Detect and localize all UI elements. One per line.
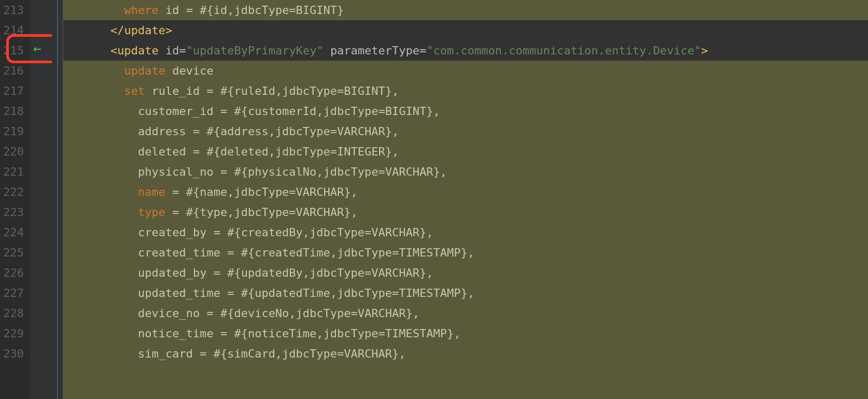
indent [83,84,124,97]
indent [83,64,124,77]
sql-keyword: set [124,84,145,97]
code-line[interactable]: sim_card = #{simCard,jdbcType=VARCHAR}, [63,344,868,364]
indent [83,287,138,300]
line-number[interactable]: 220 [0,141,24,162]
code-line[interactable]: </update> [63,20,868,40]
indent [83,24,110,37]
code-line[interactable]: set rule_id = #{ruleId,jdbcType=BIGINT}, [63,81,868,101]
indent [83,125,138,138]
code-text: = #{type,jdbcType=VARCHAR}, [165,206,358,219]
xml-tag-name: update [117,44,158,57]
code-text: deleted = #{deleted,jdbcType=INTEGER}, [138,145,399,158]
code-text: device_no = #{deviceNo,jdbcType=VARCHAR}… [138,307,419,320]
code-line[interactable]: <update id="updateByPrimaryKey" paramete… [63,40,868,61]
highlight-word: type [138,206,165,219]
indent [83,226,138,239]
code-line[interactable]: deleted = #{deleted,jdbcType=INTEGER}, [63,141,868,162]
highlight-word: name [138,186,165,198]
indent [83,246,138,259]
code-text: created_by = #{createdBy,jdbcType=VARCHA… [138,226,433,239]
navigate-back-arrow-icon[interactable]: ← [33,41,41,55]
code-text: id = #{id,jdbcType=BIGINT} [159,4,344,17]
code-line[interactable]: created_by = #{createdBy,jdbcType=VARCHA… [63,222,868,243]
line-number-gutter: 2132142152162172182192202212222232242252… [0,0,30,399]
line-number[interactable]: 224 [0,222,24,243]
code-line[interactable]: updated_time = #{updatedTime,jdbcType=TI… [63,283,868,303]
line-number[interactable]: 219 [0,121,24,141]
indent [83,145,138,158]
line-number[interactable]: 221 [0,162,24,182]
line-number[interactable]: 216 [0,61,24,81]
xml-attr-value: "com.common.communication.entity.Device" [426,44,701,57]
line-number[interactable]: 223 [0,202,24,222]
line-number[interactable]: 217 [0,81,24,101]
code-line[interactable]: address = #{address,jdbcType=VARCHAR}, [63,121,868,141]
code-text: sim_card = #{simCard,jdbcType=VARCHAR}, [138,347,406,360]
code-line[interactable]: update device [63,61,868,81]
sql-keyword: update [124,64,165,77]
line-number[interactable]: 214 [0,20,24,40]
gutter-markers-column: ← [30,0,52,399]
indent [83,206,138,219]
code-line[interactable]: device_no = #{deviceNo,jdbcType=VARCHAR}… [63,303,868,323]
code-text: physical_no = #{physicalNo,jdbcType=VARC… [138,165,447,178]
xml-attr-name: id [165,44,179,57]
sql-keyword: where [124,4,158,17]
line-number[interactable]: 213 [0,0,24,20]
code-text: created_time = #{createdTime,jdbcType=TI… [138,246,474,259]
xml-attr-value: "updateByPrimaryKey" [186,44,324,57]
xml-gt: > [701,44,708,57]
code-line[interactable]: type = #{type,jdbcType=VARCHAR}, [63,202,868,222]
code-text: = #{name,jdbcType=VARCHAR}, [165,186,358,198]
code-line[interactable]: created_time = #{createdTime,jdbcType=TI… [63,243,868,263]
line-number[interactable]: 215 [0,40,24,61]
line-number[interactable]: 230 [0,344,24,364]
line-number[interactable]: 228 [0,303,24,323]
code-line[interactable]: updated_by = #{updatedBy,jdbcType=VARCHA… [63,263,868,283]
indent [83,307,138,320]
indent [83,44,110,57]
xml-attr-name: parameterType [330,44,419,57]
code-text: customer_id = #{customerId,jdbcType=BIGI… [138,105,440,118]
code-editor: 2132142152162172182192202212222232242252… [0,0,868,399]
line-number[interactable]: 218 [0,101,24,121]
indent [83,327,138,340]
xml-close-tag: </update> [110,24,172,37]
indent [83,347,138,360]
code-text: updated_by = #{updatedBy,jdbcType=VARCHA… [138,266,433,279]
code-line[interactable]: customer_id = #{customerId,jdbcType=BIGI… [63,101,868,121]
code-line[interactable]: name = #{name,jdbcType=VARCHAR}, [63,182,868,202]
code-text: notice_time = #{noticeTime,jdbcType=TIME… [138,327,461,340]
code-line[interactable]: notice_time = #{noticeTime,jdbcType=TIME… [63,323,868,344]
line-number[interactable]: 222 [0,182,24,202]
indent [83,4,124,17]
indent [83,186,138,198]
code-line[interactable]: physical_no = #{physicalNo,jdbcType=VARC… [63,162,868,182]
line-number[interactable]: 226 [0,263,24,283]
indent [83,266,138,279]
code-text: updated_time = #{updatedTime,jdbcType=TI… [138,287,474,300]
indent [83,165,138,178]
code-line[interactable]: where id = #{id,jdbcType=BIGINT} [63,0,868,20]
line-number[interactable]: 227 [0,283,24,303]
indent [83,105,138,118]
xml-lt: < [110,44,117,57]
line-number[interactable]: 225 [0,243,24,263]
code-text: rule_id = #{ruleId,jdbcType=BIGINT}, [145,84,399,97]
code-text: device [165,64,214,77]
fold-column [52,0,63,399]
line-number[interactable]: 229 [0,323,24,344]
code-area[interactable]: where id = #{id,jdbcType=BIGINT} </updat… [63,0,868,399]
code-text: address = #{address,jdbcType=VARCHAR}, [138,125,399,138]
